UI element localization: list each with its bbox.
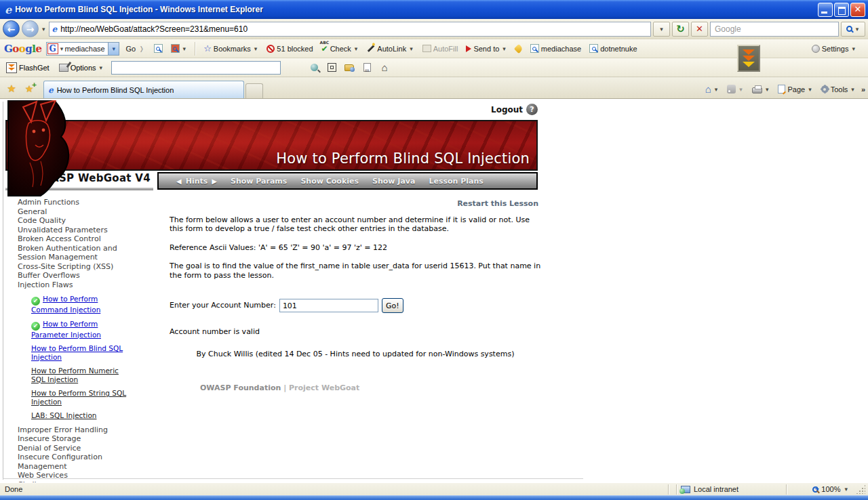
sidebar-lesson-link[interactable]: ✔How to Perform String SQL Injection [31, 389, 133, 406]
address-dropdown-button[interactable]: ▾ [653, 22, 670, 37]
statusbar-separator [676, 484, 677, 495]
resize-grip[interactable] [856, 484, 865, 494]
ie-window: e How to Perform Blind SQL Injection - W… [0, 0, 868, 500]
engine-dropdown-icon[interactable]: ▾ [108, 43, 119, 55]
close-button[interactable] [850, 3, 865, 17]
project-webgoat-link[interactable]: Project WebGoat [289, 383, 359, 392]
autofill-button[interactable]: AutoFill [420, 43, 460, 54]
flashget-drop-icon[interactable] [737, 45, 760, 72]
spellcheck-icon: ABC✔ [321, 44, 328, 54]
nav-hints[interactable]: Hints [186, 177, 208, 186]
add-favorite-button[interactable]: ★+ [20, 81, 38, 97]
sidebar-category[interactable]: Insecure Storage [18, 434, 126, 444]
sidebar-lesson-link[interactable]: ✔How to Perform Parameter Injection [31, 320, 133, 339]
highlighter-icon [514, 43, 524, 53]
tools-menu-button[interactable]: Tools▾ [818, 83, 859, 96]
flashget-site-explorer-button[interactable] [343, 62, 355, 73]
sidebar-category[interactable]: Web Services [18, 471, 126, 480]
autolink-wand-icon [368, 45, 375, 52]
tab-blind-sql-injection[interactable]: e How to Perform Blind SQL Injection [43, 81, 244, 98]
rss-feed-icon [727, 85, 736, 93]
sidebar-lesson-link[interactable]: ✔How to Perform Command Injection [31, 295, 133, 314]
flashget-capture-button[interactable] [326, 62, 338, 73]
spellcheck-button[interactable]: ABC✔ Check▾ [319, 43, 361, 55]
address-input[interactable]: e http://neo/WebGoat/attack?Screen=231&m… [49, 22, 651, 37]
popup-blocker-button[interactable]: 51 blocked [264, 43, 315, 54]
sidebar-lesson-link[interactable]: ✔LAB: SQL Injection [31, 411, 133, 420]
go-button[interactable]: Go! [382, 298, 403, 313]
intranet-zone-icon [681, 486, 690, 493]
hints-next-icon[interactable]: ▶ [212, 178, 217, 185]
account-number-input[interactable] [279, 299, 378, 312]
nav-lesson-plans[interactable]: Lesson Plans [429, 177, 483, 186]
restore-button[interactable] [834, 3, 849, 17]
minimize-button[interactable] [818, 3, 833, 17]
search-input[interactable]: Google [710, 22, 839, 37]
refresh-button[interactable]: ↻ [672, 22, 689, 37]
sidebar-category[interactable]: Injection Flaws [18, 280, 126, 290]
lesson-list: ✔How to Perform Command Injection ✔How t… [4, 295, 165, 420]
sidebar-category[interactable]: General [18, 207, 126, 217]
flashget-home-button[interactable]: ⌂ [378, 62, 391, 73]
back-button[interactable]: ← [3, 20, 20, 37]
flashget-search-button[interactable] [308, 62, 320, 73]
favicon-icon: e [52, 24, 58, 34]
restart-lesson-link[interactable]: Restart this Lesson [170, 199, 538, 209]
sidebar-lesson-link[interactable]: ✔How to Perform Numeric SQL Injection [31, 367, 133, 383]
ascii-reference: Reference Ascii Values: 'A' = 65 'Z' = 9… [170, 243, 541, 253]
google-search-select[interactable]: G ▾ mediachase ▾ [46, 42, 120, 56]
flashget-search-input[interactable] [111, 61, 281, 75]
sidebar-category[interactable]: Broken Access Control [18, 234, 126, 244]
statusbar-separator [668, 484, 669, 495]
toolbar-overflow-icon[interactable]: » [861, 85, 865, 93]
hints-control[interactable]: ◀ Hints ▶ [176, 177, 217, 186]
google-go-button[interactable]: Go❭ [123, 43, 147, 54]
favorites-center-button[interactable]: ★ [3, 81, 20, 97]
autolink-button[interactable]: AutoLink▾ [365, 43, 416, 54]
help-icon[interactable]: ? [526, 104, 538, 115]
history-dropdown-icon[interactable]: ▾ [41, 26, 47, 33]
sidebar-category[interactable]: Buffer Overflows [18, 271, 126, 280]
globe-magnifier-icon [311, 64, 318, 71]
sidebar-category[interactable]: Broken Authentication and Session Manage… [18, 244, 126, 262]
sidebar-category[interactable]: Unvalidated Parameters [18, 226, 126, 235]
print-button[interactable]: ▾ [749, 83, 773, 96]
zoom-dropdown-icon[interactable]: ▾ [843, 486, 849, 493]
flashget-button[interactable]: FlashGet [4, 61, 52, 75]
new-tab-stub[interactable] [245, 83, 263, 98]
bookmarks-star-icon: ☆ [203, 43, 212, 54]
bookmarks-button[interactable]: ☆ Bookmarks▾ [201, 42, 260, 55]
sidebar-category[interactable]: Denial of Service [18, 444, 126, 453]
titlebar: e How to Perform Blind SQL Injection - W… [0, 0, 868, 19]
page-menu-button[interactable]: Page▾ [775, 83, 815, 96]
hints-prev-icon[interactable]: ◀ [176, 178, 182, 185]
nav-show-params[interactable]: Show Params [231, 177, 287, 186]
search-web-button[interactable] [152, 43, 165, 54]
owasp-foundation-link[interactable]: OWASP Foundation [200, 383, 281, 392]
stop-button[interactable]: ✕ [691, 22, 708, 37]
search-site-button[interactable]: ▾ [169, 43, 190, 54]
sidebar-category[interactable]: Cross-Site Scripting (XSS) [18, 262, 126, 272]
forward-button[interactable]: → [22, 20, 39, 37]
zoom-control[interactable]: 100% ▾ [791, 484, 865, 494]
sidebar-lesson-link[interactable]: ✔How to Perform Blind SQL Injection [31, 344, 133, 361]
search-go-button[interactable]: ▾ [841, 22, 865, 37]
flashget-options-button[interactable]: Options▾ [57, 62, 106, 73]
custom-search-dotnetnuke[interactable]: dotnetnuke [587, 43, 639, 54]
sidebar-category[interactable]: Improper Error Handling [18, 425, 126, 435]
highlighter-button[interactable] [513, 44, 524, 54]
sidebar-category[interactable]: Challenge [18, 480, 126, 483]
logout-link[interactable]: Logout [491, 105, 523, 114]
home-button[interactable]: ⌂▾ [703, 81, 722, 97]
nav-show-cookies[interactable]: Show Cookies [300, 177, 359, 186]
search-options-icon[interactable]: ▾ [854, 26, 861, 33]
flashget-download-page-button[interactable] [361, 62, 373, 73]
sidebar-category[interactable]: Insecure Configuration Management [18, 453, 126, 471]
feeds-button[interactable]: ▾ [724, 83, 747, 96]
nav-show-java[interactable]: Show Java [372, 177, 415, 186]
sendto-button[interactable]: Send to▾ [464, 43, 509, 54]
sidebar-category[interactable]: Code Quality [18, 216, 126, 226]
sidebar-category[interactable]: Admin Functions [18, 198, 126, 207]
settings-button[interactable]: Settings▾ [810, 43, 859, 54]
custom-search-mediachase[interactable]: mediachase [528, 43, 583, 54]
